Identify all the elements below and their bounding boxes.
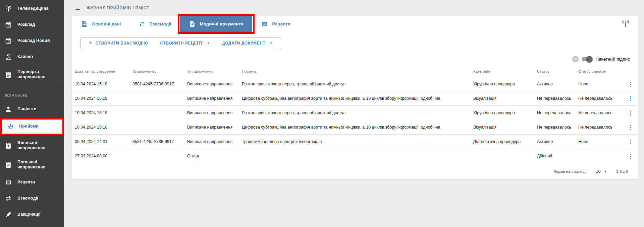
sidebar-item-label: Розклад Новий — [17, 38, 50, 44]
kebab-menu-icon[interactable]: ⋮ — [625, 153, 635, 159]
kebab-menu-icon[interactable]: ⋮ — [625, 139, 635, 145]
documents-table: Дата та час створення№ документуТип доку… — [72, 66, 638, 163]
table-cell: 10.04.2024 15:18 — [75, 96, 132, 101]
main-area: ← ЖУРНАЛ ПРИЙОМІВ / ВМІСТ Основні даніВз… — [64, 0, 644, 227]
sidebar-item-schedule[interactable]: Розклад — [0, 17, 64, 33]
table-cell: 10.04.2024 15:18 — [75, 125, 132, 130]
sidebar-item-patients[interactable]: Пацієнти — [0, 101, 64, 117]
tab-label: Медичні документи — [200, 21, 244, 26]
sidebar-item-appointments[interactable]: Прийоми — [2, 120, 62, 134]
tab-interactions[interactable]: Взаємодії — [129, 16, 180, 32]
tab-prescriptions[interactable]: Рецепти — [252, 16, 299, 32]
create-prescription-button[interactable]: СТВОРИТИ РЕЦЕПТ▼ — [154, 41, 216, 46]
table-cell: Діагностична процедура — [473, 139, 537, 144]
table-cell: Розтин присінкового нерва, транслабіринт… — [242, 110, 473, 115]
stethoscope-icon — [6, 123, 14, 130]
action-button-group: +СТВОРИТИ ВЗАЄМОДІЮСТВОРИТИ РЕЦЕПТ▼ДОДАТ… — [80, 37, 281, 49]
syringe-icon — [5, 211, 12, 218]
sidebar-item-schedule-new[interactable]: Розклад Новий — [0, 33, 64, 49]
sidebar-item-issued-referrals[interactable]: Виписані направлення — [0, 136, 64, 155]
table-cell: Не передавалось — [537, 110, 578, 115]
header-right — [621, 16, 638, 32]
clear-icon[interactable]: ✕ — [572, 56, 579, 62]
table-body: 10.04.2024 15:183581-4245-2736-9917Випис… — [72, 77, 638, 163]
sidebar-item-vaccinations[interactable]: Вакцинації — [0, 207, 64, 223]
breadcrumb-text: ЖУРНАЛ ПРИЙОМІВ / ВМІСТ — [87, 6, 149, 10]
column-header: Тип документу — [187, 69, 242, 73]
sidebar-item-label: Телемедицина — [17, 6, 49, 11]
chevron-down-icon: ▼ — [270, 42, 273, 45]
kebab-menu-icon[interactable]: ⋮ — [625, 96, 635, 101]
sidebar-item-redeemed-referrals[interactable]: Погашені направлення — [0, 155, 64, 174]
tab-main-data[interactable]: Основні дані — [72, 16, 129, 32]
rows-per-page-select[interactable]: 10 ▼ — [596, 169, 607, 174]
sidebar-item-referral-check[interactable]: Перевірка направлення — [0, 65, 64, 84]
tab-label: Рецепти — [272, 21, 290, 26]
sidebar-item-label: Рецепти — [17, 180, 35, 185]
calendar-icon — [5, 37, 12, 45]
table-cell: Виписане направлення — [187, 110, 242, 115]
table-cell: Цифрова субтракційна ангіографія аорти т… — [242, 96, 473, 101]
table-cell: Хірургічна процедура — [473, 110, 537, 115]
table-cell: 27.03.2024 00:00 — [75, 154, 132, 158]
table-cell: Виписане направлення — [187, 139, 242, 144]
table-row[interactable]: 09.04.2024 14:013581-4245-2736-9917Випис… — [72, 135, 638, 149]
kebab-menu-icon[interactable]: ⋮ — [625, 81, 635, 87]
table-row[interactable]: 10.04.2024 15:18Виписане направленняРозт… — [72, 106, 638, 120]
sidebar-divider — [0, 86, 64, 86]
rows-per-page-label: Рядків на сторінці: — [554, 169, 587, 173]
plus-icon: + — [89, 40, 92, 46]
table-cell: Виписане направлення — [187, 82, 242, 86]
table-cell: Дійсний — [537, 154, 578, 158]
person-icon — [5, 105, 12, 113]
table-row[interactable]: 10.04.2024 15:183581-4245-2736-9917Випис… — [72, 77, 638, 91]
batch-sign-label: Пакетний підпис — [595, 57, 630, 62]
batch-sign-row: ✕ Пакетний підпис — [72, 54, 638, 66]
sidebar-item-label: Прийоми — [19, 124, 39, 129]
swap-arrows-icon — [138, 20, 145, 27]
table-cell: 10.04.2024 15:18 — [75, 110, 132, 115]
kebab-menu-icon[interactable]: ⋮ — [625, 125, 635, 130]
sidebar: ТелемедицинаРозкладРозклад НовийКабінетП… — [0, 0, 64, 227]
column-header: Категорія — [473, 69, 537, 73]
table-row[interactable]: 10.04.2024 15:18Виписане направленняЦифр… — [72, 91, 638, 106]
table-cell: Розтин присінкового нерва, транслабіринт… — [242, 82, 473, 86]
button-label: ДОДАТИ ДОКУМЕНТ — [222, 41, 266, 46]
tab-bar: Основні даніВзаємодіїМедичні документиРе… — [72, 16, 638, 32]
table-row[interactable]: 10.04.2024 15:18Виписане направленняЦифр… — [72, 120, 638, 135]
create-interaction-button[interactable]: +СТВОРИТИ ВЗАЄМОДІЮ — [83, 40, 154, 46]
sidebar-item-prescriptions[interactable]: Рецепти — [0, 174, 64, 191]
table-cell: Не передавалось — [578, 110, 625, 115]
sidebar-item-medical-documents[interactable]: Медичні документи — [0, 223, 64, 227]
button-label: СТВОРИТИ ВЗАЄМОДІЮ — [96, 41, 148, 46]
table-cell: Не передавалось — [537, 96, 578, 101]
broadcast-icon — [621, 18, 631, 30]
sidebar-item-label: Перевірка направлення — [17, 69, 61, 80]
back-arrow-icon[interactable]: ← — [74, 5, 81, 12]
table-cell: Огляд — [187, 154, 242, 158]
receipt-icon — [5, 179, 12, 186]
table-cell: Не передавалось — [578, 125, 625, 130]
table-footer: Рядків на сторінці: 10 ▼ 1-6 з 6 — [72, 163, 638, 179]
kebab-menu-icon[interactable]: ⋮ — [625, 110, 635, 116]
sidebar-item-label: Виписані направлення — [17, 140, 61, 151]
add-document-button[interactable]: ДОДАТИ ДОКУМЕНТ▼ — [216, 41, 279, 46]
clipboard-arrow-icon — [5, 142, 12, 149]
table-cell: 09.04.2024 14:01 — [75, 139, 132, 144]
table-cell: Транстимпанальна електрокохлеографія — [242, 139, 473, 144]
batch-sign-toggle[interactable] — [582, 57, 592, 61]
rows-per-page-value: 10 — [596, 169, 600, 174]
table-row[interactable]: 27.03.2024 00:00ОглядДійсний⋮ — [72, 149, 638, 163]
tab-label: Взаємодії — [149, 21, 171, 26]
sidebar-item-interactions[interactable]: Взаємодії — [0, 191, 64, 207]
button-label: СТВОРИТИ РЕЦЕПТ — [160, 41, 203, 46]
receipt-icon — [261, 20, 268, 27]
table-header-row: Дата та час створення№ документуТип доку… — [72, 66, 638, 77]
calendar-icon — [5, 21, 12, 28]
tab-medical-documents[interactable]: Медичні документи — [180, 16, 253, 32]
doctor-icon — [5, 53, 12, 61]
sidebar-item-telemedicine[interactable]: Телемедицина — [0, 1, 64, 17]
sidebar-item-cabinet[interactable]: Кабінет — [0, 49, 64, 65]
table-cell: Виписане направлення — [187, 125, 242, 130]
swap-arrows-icon — [5, 195, 12, 202]
